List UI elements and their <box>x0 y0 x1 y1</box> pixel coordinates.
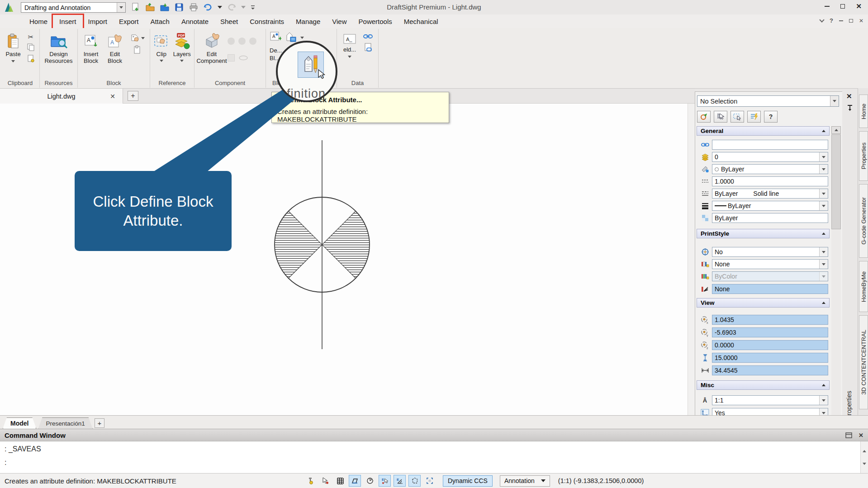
undo-dropdown-arrow-icon[interactable] <box>217 2 223 13</box>
view-width-field[interactable]: 34.4545 <box>712 365 828 375</box>
canvas-scrollbar[interactable] <box>688 104 695 415</box>
layout-tab-model[interactable]: Model <box>3 417 36 429</box>
design-resources-button[interactable]: Design Resources <box>42 31 76 64</box>
close-command-window-icon[interactable]: ✕ <box>859 432 863 439</box>
section-header-general[interactable]: General <box>697 126 830 136</box>
close-panel-icon[interactable]: ✕ <box>846 92 852 100</box>
redo-button[interactable] <box>226 2 237 13</box>
close-window-button[interactable]: ✕ <box>856 4 862 9</box>
annotation-scale-select[interactable]: 1:1 <box>712 395 828 405</box>
properties-scrollbar[interactable] <box>831 126 841 425</box>
side-tab-properties[interactable]: Properties <box>859 131 868 181</box>
drawing-canvas[interactable] <box>0 104 688 415</box>
clip-button[interactable]: Clip <box>152 31 171 64</box>
entity-snap-toggle[interactable]: E <box>379 475 391 487</box>
grid-snap-toggle[interactable] <box>319 475 331 487</box>
tab-annotate[interactable]: Annotate <box>175 15 214 28</box>
document-tab-light-dwg[interactable]: Light.dwg ✕ <box>0 89 123 104</box>
cut-icon[interactable]: ✂ <box>28 33 34 41</box>
section-header-misc[interactable]: Misc <box>697 380 830 390</box>
dock-command-window-icon[interactable] <box>845 432 852 438</box>
side-tab-home[interactable]: Home <box>859 95 868 128</box>
collapse-icon[interactable] <box>822 128 825 132</box>
pin-panel-icon[interactable] <box>847 104 853 113</box>
collapse-ribbon-icon[interactable] <box>819 17 824 22</box>
collapse-icon[interactable] <box>822 231 825 235</box>
collapse-icon[interactable] <box>822 382 825 386</box>
help-button[interactable]: ? <box>830 17 833 24</box>
hyperlink-field[interactable] <box>712 140 828 150</box>
scrollbar-thumb[interactable] <box>831 134 841 229</box>
print-style-table-select[interactable]: None <box>712 259 828 269</box>
dynamic-ccs-button[interactable]: Dynamic CCS <box>443 475 493 487</box>
linetype-select[interactable]: ByLayerSolid line <box>712 189 828 199</box>
restore-window-button[interactable] <box>840 4 845 9</box>
selection-boundary-toggle[interactable] <box>408 475 421 487</box>
close-document-icon[interactable]: ✕ <box>110 93 115 100</box>
block-document-icon[interactable] <box>133 45 141 56</box>
quick-properties-button[interactable] <box>747 111 761 123</box>
paste-dropdown-arrow-icon[interactable] <box>11 60 15 64</box>
block-attribute-dropdown-arrow-icon[interactable] <box>141 37 145 41</box>
layer-select[interactable]: 0 <box>712 152 828 162</box>
copy-icon[interactable] <box>27 43 35 52</box>
print-lineweight-field[interactable]: None <box>712 284 828 294</box>
lineweight-select[interactable]: ByLayer <box>712 201 828 211</box>
section-header-printstyle[interactable]: PrintStyle <box>697 229 830 238</box>
chevron-down-icon[interactable] <box>830 96 839 106</box>
dropdown-arrow-icon[interactable] <box>819 260 828 269</box>
paste-button[interactable]: Paste <box>2 31 24 64</box>
tab-powertools[interactable]: Powertools <box>353 15 398 28</box>
chevron-down-icon[interactable] <box>117 3 125 12</box>
hyperlink-button-icon[interactable] <box>363 33 373 41</box>
grid-display-toggle[interactable] <box>334 475 346 487</box>
minimize-window-button[interactable] <box>825 6 830 7</box>
tab-sheet[interactable]: Sheet <box>214 15 244 28</box>
tab-constraints[interactable]: Constraints <box>244 15 290 28</box>
layout-tab-presentacion1[interactable]: Presentación1 <box>38 417 92 429</box>
block-definition-dropdown-arrow-icon[interactable] <box>300 37 304 41</box>
view-center-x-field[interactable]: 1.0435 <box>712 315 828 325</box>
collapse-icon[interactable] <box>822 300 825 304</box>
save-button[interactable] <box>174 2 185 13</box>
annotation-scale-select[interactable]: Annotation <box>500 475 550 487</box>
field-button[interactable]: A_ eld... <box>338 31 361 60</box>
line-color-select[interactable]: ByLayer <box>712 164 828 174</box>
polar-tracking-toggle[interactable] <box>364 475 376 487</box>
link-document-icon[interactable] <box>364 43 373 54</box>
select-by-region-button[interactable] <box>730 111 744 123</box>
redo-dropdown-arrow-icon[interactable] <box>241 2 246 13</box>
add-layout-button[interactable]: + <box>95 418 104 428</box>
layers-button[interactable]: PDF Layers <box>171 31 193 64</box>
tab-home[interactable]: Home <box>24 15 53 28</box>
ortho-toggle[interactable] <box>349 475 361 487</box>
tab-import[interactable]: Import <box>82 15 114 28</box>
view-center-z-field[interactable]: 0.0000 <box>712 340 828 350</box>
workspace-selector[interactable]: Drafting and Annotation <box>21 2 126 13</box>
open-file-button[interactable] <box>145 2 156 13</box>
clip-dropdown-arrow-icon[interactable] <box>160 60 163 64</box>
help-button[interactable]: ? <box>764 111 778 123</box>
side-tab-homebyme[interactable]: HomeByMe <box>859 261 868 312</box>
import-file-button[interactable] <box>159 2 170 13</box>
tab-attach[interactable]: Attach <box>144 15 175 28</box>
entity-frame-toggle[interactable] <box>423 475 436 487</box>
layers-dropdown-arrow-icon[interactable] <box>180 60 184 64</box>
print-button[interactable] <box>188 2 199 13</box>
tab-export[interactable]: Export <box>113 15 144 28</box>
view-height-field[interactable]: 15.0000 <box>712 353 828 363</box>
dropdown-arrow-icon[interactable] <box>819 247 828 256</box>
tab-view[interactable]: View <box>326 15 352 28</box>
dropdown-arrow-icon[interactable] <box>819 201 828 210</box>
side-tab-3d-contentcentral[interactable]: 3D CONTENTCENTRAL <box>859 315 868 409</box>
close-panel-icon[interactable]: ✕ <box>859 18 863 24</box>
side-tab-gcode-generator[interactable]: G-code Generator <box>859 184 868 258</box>
section-header-view[interactable]: View <box>697 298 830 308</box>
transparency-field[interactable]: ByLayer <box>712 213 828 223</box>
view-center-y-field[interactable]: -5.6903 <box>712 327 828 337</box>
edit-block-button[interactable]: A Edit Block <box>103 31 127 64</box>
scroll-up-icon[interactable] <box>831 126 841 134</box>
command-scrollbar[interactable] <box>860 441 868 474</box>
edit-component-button[interactable]: Edit Component <box>196 31 228 64</box>
tab-insert[interactable]: Insert <box>53 15 82 28</box>
